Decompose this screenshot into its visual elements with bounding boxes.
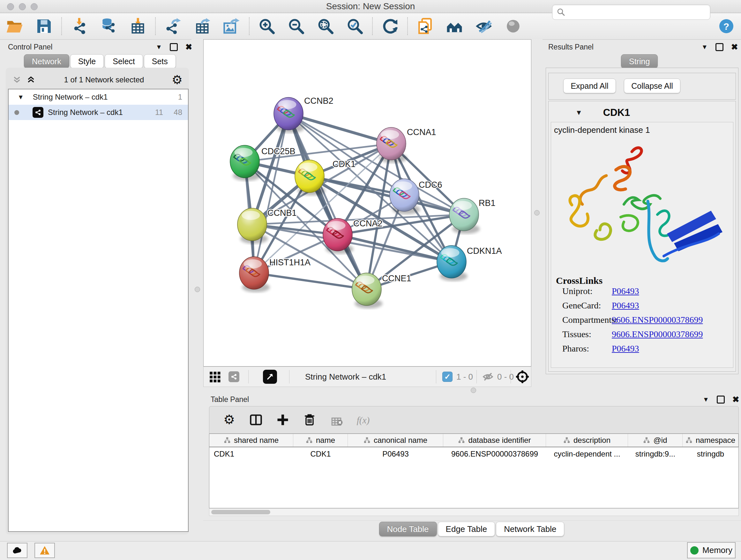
copy-style-button[interactable] (416, 17, 434, 36)
string-share-icon (228, 371, 239, 382)
collapse-all-icon[interactable] (11, 74, 22, 85)
table-cell[interactable]: P06493 (348, 447, 443, 461)
column-header-canonical-name[interactable]: canonical name (348, 434, 443, 447)
column-header-shared-name[interactable]: shared name (209, 434, 293, 447)
results-tab-string[interactable]: String (621, 54, 659, 68)
network-row[interactable]: String Network – cdk1 11 48 (9, 105, 188, 120)
show-details-button[interactable] (504, 17, 522, 36)
cloud-button[interactable] (7, 543, 27, 558)
bottom-splitter-handle[interactable] (471, 388, 476, 393)
crosslink-row: Tissues: 9606.ENSP00000378699 (562, 329, 731, 339)
export-network-button[interactable] (164, 17, 182, 36)
network-node-ccnb2[interactable]: CCNB2 (274, 96, 333, 133)
search-input[interactable] (552, 4, 711, 20)
column-header-description[interactable]: description (546, 434, 628, 447)
export-image-button[interactable] (222, 17, 241, 36)
float-panel-icon[interactable]: ▼ (156, 44, 162, 50)
zoom-in-button[interactable] (258, 17, 276, 36)
table-cell[interactable]: cyclin-dependent ... (546, 447, 628, 461)
tab-network[interactable]: Network (24, 54, 69, 68)
collapse-all-button[interactable]: Collapse All (624, 78, 680, 93)
close-panel-icon[interactable]: ✖ (732, 395, 739, 403)
network-node-rb1[interactable]: RB1 (449, 198, 495, 234)
expand-all-icon[interactable] (25, 74, 37, 85)
column-header--id[interactable]: @id (628, 434, 683, 447)
tab-sets[interactable]: Sets (144, 54, 176, 68)
grid-view-button[interactable] (208, 367, 221, 387)
table-cell[interactable]: CDK1 (293, 447, 348, 461)
right-splitter-handle[interactable] (534, 210, 540, 215)
settings-button[interactable]: ⚙ (222, 413, 236, 427)
tab-style[interactable]: Style (70, 54, 104, 68)
network-node-cdk1[interactable]: CDK1 (295, 159, 355, 195)
export-table-button[interactable] (193, 17, 212, 36)
svg-text:?: ? (724, 21, 729, 32)
tab-node-table[interactable]: Node Table (379, 522, 437, 537)
import-database-button[interactable] (99, 17, 118, 36)
tab-network-table[interactable]: Network Table (496, 522, 564, 537)
function-button[interactable]: f(x) (356, 413, 370, 427)
refresh-button[interactable] (381, 17, 399, 36)
network-edge[interactable] (254, 273, 367, 289)
tab-select[interactable]: Select (105, 54, 143, 68)
zoom-fit-button[interactable] (316, 17, 335, 36)
crosslink-link[interactable]: 9606.ENSP00000378699 (612, 315, 703, 325)
table-horizontal-scrollbar[interactable] (209, 508, 739, 516)
left-splitter[interactable] (192, 39, 203, 541)
network-canvas[interactable]: CCNB2CCNA1CDC25BCDK1CDC6RB1CCNB1CCNA2CDK… (203, 39, 531, 367)
maximize-panel-icon[interactable] (716, 43, 724, 51)
tree-expand-icon[interactable]: ▼ (17, 94, 24, 101)
crosslink-link[interactable]: 9606.ENSP00000378699 (612, 329, 703, 339)
close-panel-icon[interactable]: ✖ (731, 43, 738, 51)
zoom-out-button[interactable] (287, 17, 306, 36)
network-options-gear-icon[interactable]: ⚙ (172, 74, 183, 86)
import-table-button[interactable] (129, 17, 147, 36)
save-session-button[interactable] (35, 17, 53, 36)
float-panel-icon[interactable]: ▼ (701, 44, 708, 50)
network-node-ccna1[interactable]: CCNA1 (377, 127, 436, 163)
delete-table-button[interactable] (329, 413, 343, 427)
right-splitter[interactable] (531, 39, 542, 393)
bottom-splitter[interactable] (203, 387, 741, 393)
maximize-panel-icon[interactable] (170, 43, 178, 51)
homes-button[interactable] (445, 17, 464, 36)
network-node-hist1h1a[interactable]: HIST1H1A (239, 257, 311, 292)
crosslink-link[interactable]: P06493 (612, 344, 639, 354)
open-session-button[interactable] (5, 17, 24, 36)
delete-column-button[interactable] (302, 413, 317, 427)
scrollbar-thumb[interactable] (211, 510, 270, 514)
network-node-cdkn1a[interactable]: CDKN1A (437, 246, 502, 281)
section-collapse-icon[interactable]: ▼ (576, 109, 583, 117)
add-column-button[interactable] (276, 413, 290, 427)
tab-edge-table[interactable]: Edge Table (438, 522, 495, 537)
node-section-header[interactable]: ▼ CDK1 (548, 105, 735, 120)
crosslink-link[interactable]: P06493 (612, 286, 639, 296)
selected-checkbox-icon[interactable]: ✓ (442, 372, 453, 382)
network-collection-row[interactable]: ▼ String Network – cdk1 1 (9, 89, 188, 105)
columns-button[interactable] (249, 413, 263, 427)
network-graph[interactable]: CCNB2CCNA1CDC25BCDK1CDC6RB1CCNB1CCNA2CDK… (204, 40, 531, 366)
float-panel-icon[interactable]: ▼ (703, 396, 709, 402)
maximize-panel-icon[interactable] (717, 395, 725, 403)
hide-details-button[interactable] (475, 17, 493, 36)
column-header-database-identifier[interactable]: database identifier (443, 434, 546, 447)
string-view-button[interactable] (228, 367, 239, 387)
warnings-button[interactable] (35, 543, 55, 558)
table-cell[interactable]: CDK1 (209, 447, 293, 461)
crosslink-link[interactable]: P06493 (612, 300, 639, 311)
expand-all-button[interactable]: Expand All (563, 78, 616, 93)
table-cell[interactable]: stringdb:9... (628, 447, 683, 461)
help-button[interactable]: ? (719, 18, 734, 34)
zoom-selected-button[interactable] (346, 17, 364, 36)
detach-view-button[interactable] (263, 367, 277, 387)
fit-content-button[interactable] (515, 367, 530, 387)
table-row[interactable]: CDK1CDK1P064939606.ENSP00000378699cyclin… (209, 447, 738, 461)
memory-button[interactable]: Memory (687, 542, 736, 558)
column-header-name[interactable]: name (293, 434, 348, 447)
column-header-namespace[interactable]: namespace (683, 434, 738, 447)
left-splitter-handle[interactable] (195, 287, 200, 292)
table-cell[interactable]: 9606.ENSP00000378699 (443, 447, 546, 461)
table-cell[interactable]: stringdb (683, 447, 738, 461)
node-label: CCNE1 (382, 273, 411, 283)
import-network-button[interactable] (70, 17, 88, 36)
